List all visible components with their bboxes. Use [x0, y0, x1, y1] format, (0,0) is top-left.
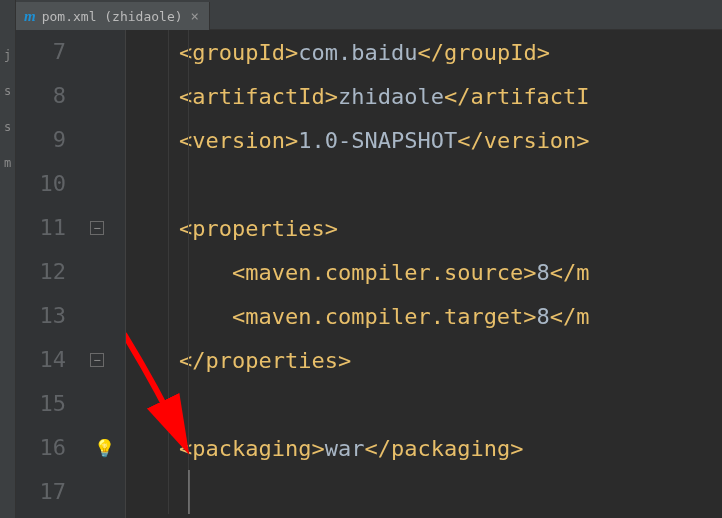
line-number: 15 — [16, 382, 66, 426]
fold-toggle-icon[interactable]: − — [90, 353, 104, 367]
caret — [188, 470, 190, 514]
indent-guide — [168, 30, 169, 514]
code-line: <packaging>war</packaging> — [126, 426, 722, 470]
line-number: 17 — [16, 470, 66, 514]
line-number: 7 — [16, 30, 66, 74]
line-number-gutter[interactable]: 7 8 9 10 11 12 13 14 15 16 17 — [16, 30, 84, 518]
code-line: <maven.compiler.target>8</m — [126, 294, 722, 338]
tab-pom-xml[interactable]: m pom.xml (zhidaole) × — [16, 2, 210, 30]
code-line: </properties> — [126, 338, 722, 382]
line-number: 16 — [16, 426, 66, 470]
line-number: 13 — [16, 294, 66, 338]
stripe-char: j — [0, 48, 15, 62]
code-content[interactable]: <groupId>com.baidu</groupId> <artifactId… — [126, 30, 722, 518]
code-line: <maven.compiler.source>8</m — [126, 250, 722, 294]
line-number: 10 — [16, 162, 66, 206]
line-number: 11 — [16, 206, 66, 250]
line-number: 8 — [16, 74, 66, 118]
stripe-char: m — [0, 156, 15, 170]
code-editor[interactable]: 7 8 9 10 11 12 13 14 15 16 17 − − 💡 <gro… — [16, 30, 722, 518]
code-line — [126, 382, 722, 426]
code-line: <version>1.0-SNAPSHOT</version> — [126, 118, 722, 162]
indent-guide — [188, 30, 189, 514]
stripe-char: s — [0, 120, 15, 134]
code-line: <properties> — [126, 206, 722, 250]
code-line: <groupId>com.baidu</groupId> — [126, 30, 722, 74]
stripe-char: s — [0, 84, 15, 98]
code-line: <artifactId>zhidaole</artifactI — [126, 74, 722, 118]
maven-file-icon: m — [24, 9, 36, 24]
line-number: 9 — [16, 118, 66, 162]
tool-window-stripe[interactable]: j s s m — [0, 0, 16, 518]
line-number: 12 — [16, 250, 66, 294]
close-icon[interactable]: × — [189, 9, 201, 23]
editor-tab-bar: m pom.xml (zhidaole) × — [16, 0, 722, 30]
code-line — [126, 162, 722, 206]
fold-gutter[interactable]: − − 💡 — [84, 30, 126, 518]
tab-label: pom.xml (zhidaole) — [42, 9, 183, 24]
intention-bulb-icon[interactable]: 💡 — [94, 438, 115, 458]
code-line — [126, 470, 722, 514]
fold-toggle-icon[interactable]: − — [90, 221, 104, 235]
line-number: 14 — [16, 338, 66, 382]
